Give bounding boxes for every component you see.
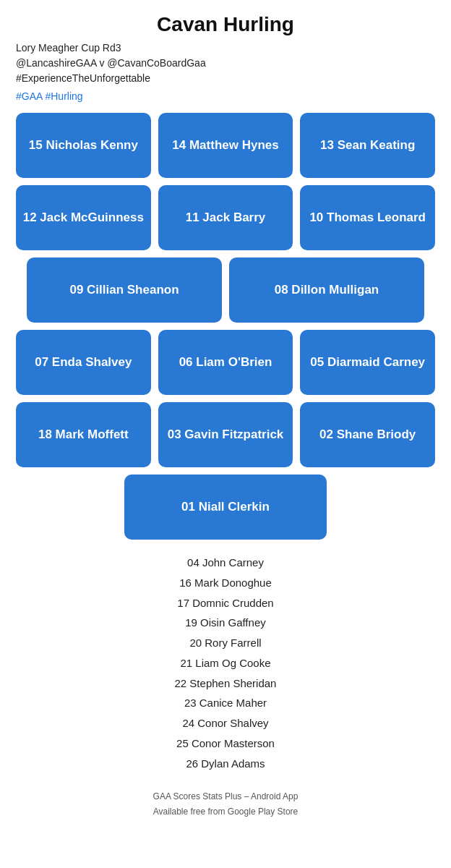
player-card-18: 18 Mark Moffett: [16, 402, 151, 467]
sub-player: 22 Stephen Sheridan: [16, 673, 435, 694]
sub-player: 20 Rory Farrell: [16, 633, 435, 653]
player-card-07: 07 Enda Shalvey: [16, 330, 151, 395]
player-card-09: 09 Cillian Sheanon: [27, 258, 222, 323]
sub-player: 16 Mark Donoghue: [16, 573, 435, 593]
sub-player: 23 Canice Maher: [16, 693, 435, 713]
sub-player: 21 Liam Og Cooke: [16, 653, 435, 673]
sub-player: 04 John Carney: [16, 553, 435, 573]
sub-player: 19 Oisin Gaffney: [16, 613, 435, 633]
player-card-05: 05 Diarmaid Carney: [300, 330, 435, 395]
row-forwards: 15 Nicholas Kenny14 Matthew Hynes13 Sean…: [16, 113, 435, 178]
player-card-06: 06 Liam O'Brien: [158, 330, 293, 395]
player-card-03: 03 Gavin Fitzpatrick: [158, 402, 293, 467]
sub-player: 17 Domnic Crudden: [16, 593, 435, 613]
sub-player: 26 Dylan Adams: [16, 754, 435, 774]
row-halfforwards: 12 Jack McGuinness11 Jack Barry10 Thomas…: [16, 185, 435, 250]
player-card-13: 13 Sean Keating: [300, 113, 435, 178]
subtitle: Lory Meagher Cup Rd3 @LancashireGAA v @C…: [16, 41, 435, 86]
sub-player: 24 Conor Shalvey: [16, 713, 435, 733]
row-goalkeeper: 01 Niall Clerkin: [16, 475, 435, 540]
pitch: 15 Nicholas Kenny14 Matthew Hynes13 Sean…: [16, 113, 435, 540]
row-halfbacks: 07 Enda Shalvey06 Liam O'Brien05 Diarmai…: [16, 330, 435, 395]
player-card-01: 01 Niall Clerkin: [124, 475, 327, 540]
sub-player: 25 Conor Masterson: [16, 733, 435, 754]
player-card-02: 02 Shane Briody: [300, 402, 435, 467]
player-card-14: 14 Matthew Hynes: [158, 113, 293, 178]
player-card-12: 12 Jack McGuinness: [16, 185, 151, 250]
player-card-10: 10 Thomas Leonard: [300, 185, 435, 250]
hashtags: #GAA #Hurling: [16, 89, 435, 104]
player-card-11: 11 Jack Barry: [158, 185, 293, 250]
player-card-15: 15 Nicholas Kenny: [16, 113, 151, 178]
player-card-08: 08 Dillon Mulligan: [229, 258, 424, 323]
row-midfield: 09 Cillian Sheanon08 Dillon Mulligan: [16, 258, 435, 323]
footer: GAA Scores Stats Plus – Android App Avai…: [153, 789, 298, 819]
subs-section: 04 John Carney16 Mark Donoghue17 Domnic …: [16, 553, 435, 773]
page-title: Cavan Hurling: [157, 13, 294, 36]
row-fullbacks: 18 Mark Moffett03 Gavin Fitzpatrick02 Sh…: [16, 402, 435, 467]
